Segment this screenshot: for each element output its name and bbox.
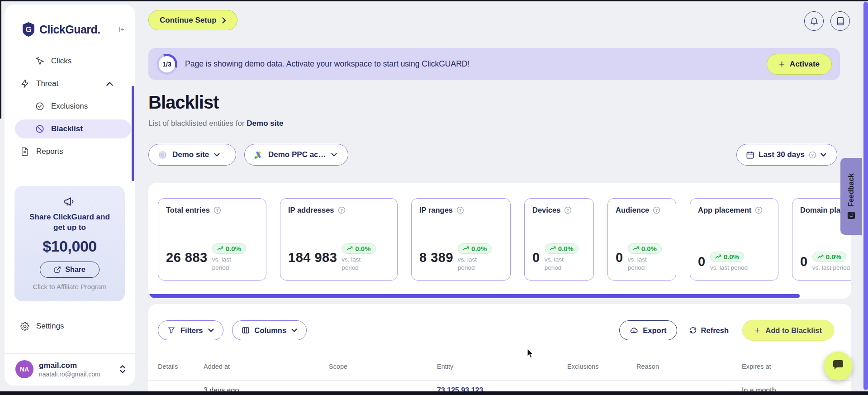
sidebar-item-exclusions[interactable]: Exclusions [5, 97, 135, 116]
blacklist-table-panel: Filters Columns Export Refresh [148, 304, 851, 392]
stat-card-app-placement: App placement? 0 0.0% vs. last period [690, 198, 778, 281]
stat-card-audience: Audience? 0 0.0% vs. last period [607, 198, 676, 281]
sidebar-collapse-icon[interactable] [117, 25, 126, 34]
chevron-down-icon [208, 328, 214, 332]
delta-value: 0.0% [826, 253, 841, 261]
date-range-value: Last 30 days [759, 150, 805, 159]
delta-badge: 0.0% [342, 243, 375, 254]
ppc-account-selector[interactable]: Demo PPC ac… [244, 144, 348, 166]
sidebar-item-settings[interactable]: Settings [5, 322, 135, 331]
sidebar-item-blacklist[interactable]: Blacklist [15, 119, 131, 138]
chevron-up-down-icon[interactable] [119, 365, 126, 374]
help-icon[interactable]: ? [653, 206, 660, 214]
sidebar-item-threat[interactable]: Threat [5, 74, 135, 93]
chevron-up-icon[interactable] [106, 82, 113, 86]
external-link-icon [54, 266, 61, 273]
window-edge-bottom [0, 391, 868, 395]
site-selector[interactable]: Demo site [148, 144, 236, 166]
stat-note: vs. last period [458, 256, 487, 272]
date-range-selector[interactable]: Last 30 days ? [736, 144, 837, 166]
chevron-down-icon [331, 153, 337, 157]
window-edge-left [0, 0, 1, 119]
promo-amount: $10,000 [43, 238, 96, 255]
notifications-button[interactable] [804, 11, 824, 31]
stat-label: Total entries [166, 206, 210, 214]
stat-value: 26 883 [166, 250, 208, 265]
docs-icon [836, 17, 844, 26]
help-icon[interactable]: ? [564, 206, 572, 214]
delta-value: 0.0% [641, 245, 657, 252]
refresh-button[interactable]: Refresh [689, 326, 729, 335]
megaphone-icon [63, 196, 76, 208]
trend-up-icon [463, 246, 469, 251]
sidebar-item-label: Clicks [51, 57, 71, 66]
trend-up-icon [550, 246, 556, 251]
sidebar-item-reports[interactable]: Reports [5, 142, 135, 161]
stat-label: Audience [616, 206, 649, 214]
continue-setup-button[interactable]: Continue Setup [148, 10, 237, 30]
trend-up-icon [715, 254, 721, 259]
activate-button[interactable]: + Activate [767, 54, 832, 75]
sidebar-scrollbar[interactable] [132, 86, 134, 181]
export-button[interactable]: Export [619, 320, 677, 340]
stat-note: vs. last period [812, 264, 850, 272]
setup-progress-step: 1/3 [159, 56, 175, 72]
docs-button[interactable] [830, 11, 850, 31]
share-button-label: Share [65, 266, 85, 274]
column-header-scope[interactable]: Scope [329, 363, 347, 370]
chat-launcher-button[interactable] [824, 352, 853, 381]
delta-value: 0.0% [471, 245, 487, 252]
help-icon: ? [809, 151, 816, 159]
promo-text: Share ClickGuard and get up to [27, 212, 113, 233]
columns-icon [242, 326, 250, 334]
column-header-details[interactable]: Details [158, 363, 178, 370]
page-subtitle-text: List of blacklisted entities for [148, 119, 247, 128]
help-icon[interactable]: ? [213, 206, 221, 214]
column-header-entity[interactable]: Entity [437, 363, 453, 370]
feedback-tab[interactable]: Feedback [840, 158, 862, 235]
user-block: NA gmail.com naatali.ro@gmail.com [5, 353, 135, 385]
google-ads-icon [254, 150, 263, 160]
sidebar: G ClickGuard. Clicks Threat Excl [5, 5, 135, 385]
promo-note: Click to Affiliate Program [33, 283, 106, 290]
filters-button[interactable]: Filters [158, 320, 223, 340]
svg-text:?: ? [340, 208, 342, 213]
document-icon [20, 147, 29, 156]
sidebar-item-clicks[interactable]: Clicks [5, 52, 135, 71]
stat-value: 0 [616, 250, 623, 265]
delta-value: 0.0% [558, 245, 574, 252]
workspace-switcher[interactable]: NA gmail.com naatali.ro@gmail.com [5, 354, 135, 385]
divider [148, 380, 851, 381]
columns-button[interactable]: Columns [232, 320, 307, 340]
column-header-expires-at[interactable]: Expires at [742, 363, 771, 370]
stat-note: vs. last period [342, 256, 370, 272]
column-header-exclusions[interactable]: Exclusions [567, 363, 598, 370]
delta-badge: 0.0% [458, 243, 492, 254]
chevron-down-icon [821, 153, 826, 157]
refresh-label: Refresh [701, 326, 729, 335]
delta-badge: 0.0% [545, 243, 579, 254]
column-header-added-at[interactable]: Added at [204, 363, 230, 370]
stats-horizontal-scrollbar[interactable] [148, 294, 800, 298]
column-header-reason[interactable]: Reason [636, 363, 659, 370]
help-icon[interactable]: ? [338, 206, 346, 214]
add-to-blacklist-button[interactable]: + Add to Blacklist [742, 320, 834, 341]
trend-up-icon [633, 246, 639, 251]
user-email: naatali.ro@gmail.com [39, 371, 100, 378]
page-vertical-scrollbar[interactable] [863, 2, 868, 390]
help-icon[interactable]: ? [456, 206, 464, 214]
globe-icon [158, 150, 167, 160]
delta-value: 0.0% [355, 245, 370, 252]
share-button[interactable]: Share [40, 262, 99, 278]
stat-value: 8 389 [419, 250, 453, 265]
stat-value: 184 983 [288, 250, 337, 265]
svg-text:?: ? [758, 208, 760, 213]
filters-label: Filters [180, 326, 203, 335]
stat-card-ip-addresses: IP addresses? 184 983 0.0% vs. last peri… [280, 198, 398, 281]
table-header-row: Details Added at Scope Entity Exclusions… [148, 363, 851, 376]
feedback-icon [847, 211, 855, 219]
help-icon[interactable]: ? [755, 206, 763, 214]
window-edge-top [0, 0, 868, 1]
trend-up-icon [346, 246, 353, 251]
affiliate-promo-card[interactable]: Share ClickGuard and get up to $10,000 S… [14, 186, 125, 301]
